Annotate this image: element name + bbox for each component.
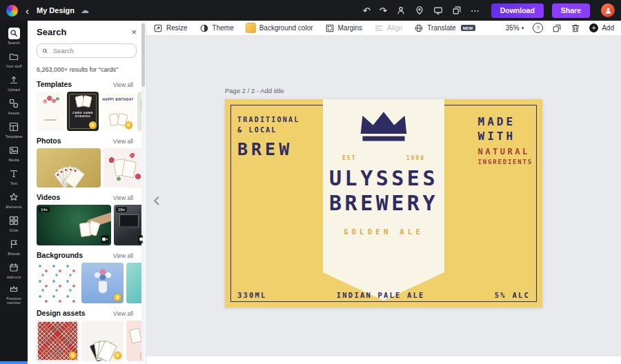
main-area: Resize Theme Background color Margins Al…	[146, 21, 621, 364]
topbar-actions: ↶ ↷ ⋯	[363, 6, 480, 15]
photo-thumbnail-hearts-cards[interactable]	[103, 148, 143, 188]
app-logo[interactable]	[6, 5, 18, 17]
template-thumbnail-card-game-evening[interactable]: Card Game Evening ♛	[67, 92, 99, 131]
sidebar-label: Brands	[8, 252, 19, 256]
design-subtitle[interactable]: GOLDEN ALE	[225, 228, 542, 236]
document-title[interactable]: My Design	[37, 6, 75, 14]
tool-label: Resize	[166, 24, 188, 32]
background-color-swatch-icon	[246, 23, 256, 33]
design-brand-name-line1[interactable]: ULYSSES	[225, 166, 542, 190]
sidebar-item-assets[interactable]: Assets	[0, 94, 28, 118]
template-thumbnail-floral-card[interactable]	[37, 92, 64, 131]
margins-button[interactable]: Margins	[325, 23, 363, 33]
user-avatar[interactable]	[601, 3, 615, 17]
thumbnail-art	[119, 214, 139, 227]
view-all-link[interactable]: View all	[113, 252, 133, 259]
sidebar-item-elements[interactable]: Elements	[0, 188, 28, 212]
design-text-line: & LOCAL	[237, 125, 299, 135]
background-thumbnail-teal[interactable]	[126, 263, 143, 303]
sidebar-label: Elements	[6, 205, 22, 209]
resize-button[interactable]: Resize	[153, 23, 188, 33]
design-text-line: MADE	[478, 114, 533, 129]
view-all-link[interactable]: View all	[113, 194, 133, 201]
close-icon[interactable]: ×	[131, 27, 137, 37]
asset-thumbnail-hand-card[interactable]	[126, 321, 143, 361]
sidebar-label: Grids	[9, 228, 18, 232]
sidebar-item-premium-member[interactable]: Premium member	[0, 282, 28, 305]
thumbnail-text: HAPPY BIRTHDAY	[101, 98, 135, 101]
crown-icon[interactable]	[355, 109, 413, 143]
video-thumbnail-poker-table[interactable]: 14s	[37, 205, 111, 245]
sidebar-item-templates[interactable]: Templates	[0, 118, 28, 141]
share-button[interactable]: Share	[552, 3, 590, 18]
translate-globe-icon	[414, 23, 424, 33]
sidebar-scroll-indicator	[0, 361, 28, 364]
section-templates: Templates View all Card Game Evening ♛	[37, 80, 146, 131]
previous-page-chevron[interactable]: ‹	[153, 189, 160, 210]
design-right-text[interactable]: MADE WITH NATURAL INGREDIENTS	[478, 114, 533, 167]
theme-button[interactable]: Theme	[199, 23, 234, 33]
sidebar-item-brands[interactable]: Brands	[0, 235, 28, 259]
canvas-area[interactable]: Page 2 / 2 - Add title ‹ TRADITIONAL & L…	[146, 36, 621, 356]
more-options-icon[interactable]: ⋯	[471, 6, 480, 15]
help-icon[interactable]: ?	[533, 23, 543, 33]
design-established-text[interactable]: EST 1990	[342, 155, 425, 161]
search-icon	[42, 48, 48, 54]
sidebar-item-grids[interactable]: Grids	[0, 212, 28, 235]
media-image-icon	[8, 145, 20, 156]
sidebar-item-add-ons[interactable]: Add-ons	[0, 259, 28, 282]
video-thumbnail-laptop[interactable]: 19s	[114, 205, 143, 245]
section-title: Backgrounds	[37, 251, 83, 259]
templates-layout-icon	[8, 121, 20, 133]
section-photos: Photos View all	[37, 136, 146, 188]
sidebar-item-search[interactable]: Search	[0, 24, 28, 48]
sidebar-item-text[interactable]: Text	[0, 165, 28, 188]
collaborate-icon[interactable]	[396, 6, 406, 15]
trash-icon[interactable]	[571, 23, 580, 33]
asset-thumbnail-fanned-aces[interactable]: ♛	[81, 321, 124, 361]
sidebar-item-your-stuff[interactable]: Your stuff	[0, 48, 28, 71]
brands-flag-icon	[8, 239, 20, 250]
present-monitor-icon[interactable]	[433, 6, 443, 15]
pro-crown-badge: ♛	[114, 352, 121, 359]
background-thumbnail-pattern[interactable]	[37, 263, 79, 303]
search-input-box[interactable]	[37, 43, 137, 58]
redo-icon[interactable]: ↷	[379, 6, 387, 15]
design-brand-name-line2[interactable]: BREWERY	[225, 191, 542, 215]
photo-thumbnail-fanned-cards[interactable]	[37, 148, 101, 188]
sidebar-item-upload[interactable]: Upload	[0, 71, 28, 94]
translate-button[interactable]: Translate NEW	[414, 23, 475, 33]
pages-icon[interactable]	[552, 23, 562, 33]
bottom-bar	[146, 356, 621, 364]
cloud-sync-icon: ☁	[81, 6, 89, 14]
page-title-label[interactable]: Page 2 / 2 - Add title	[225, 87, 284, 94]
undo-icon[interactable]: ↶	[363, 6, 371, 15]
design-page[interactable]: TRADITIONAL & LOCAL BREW MADE WITH NATUR…	[225, 99, 542, 307]
download-button[interactable]: Download	[491, 3, 544, 18]
view-all-link[interactable]: View all	[113, 310, 133, 317]
template-thumbnail-happy-birthday[interactable]: HAPPY BIRTHDAY ♛	[101, 92, 135, 131]
design-left-text[interactable]: TRADITIONAL & LOCAL BREW	[237, 114, 299, 159]
thumbnail-art	[79, 222, 92, 237]
section-videos: Videos View all 14s 19s	[37, 193, 146, 245]
view-all-link[interactable]: View all	[113, 138, 133, 145]
search-input[interactable]	[52, 46, 131, 55]
duplicate-icon[interactable]	[452, 6, 462, 15]
location-pin-icon[interactable]	[415, 6, 424, 15]
toolbar-right-group: 35% ▾ ? + Add	[506, 23, 614, 33]
design-bottom-row[interactable]: 330ML INDIAN PALE ALE 5% ALC	[237, 291, 530, 299]
backgrounds-row: ♛	[37, 263, 143, 303]
asset-thumbnail-red-card-back[interactable]: ♛	[37, 321, 79, 361]
align-button[interactable]: Align	[374, 23, 402, 33]
add-button[interactable]: + Add	[589, 23, 614, 32]
panel-scrollbar-thumb[interactable]	[141, 23, 145, 87]
design-text-line: TRADITIONAL	[237, 114, 299, 125]
view-all-link[interactable]: View all	[113, 81, 133, 88]
sidebar-item-media[interactable]: Media	[0, 141, 28, 165]
duration-badge: 14s	[39, 207, 50, 212]
background-thumbnail-bouquet[interactable]: ♛	[81, 263, 124, 303]
back-icon[interactable]: ‹	[24, 6, 30, 16]
margins-icon	[325, 23, 335, 33]
zoom-control[interactable]: 35% ▾	[506, 24, 524, 32]
background-color-button[interactable]: Background color	[246, 23, 313, 33]
